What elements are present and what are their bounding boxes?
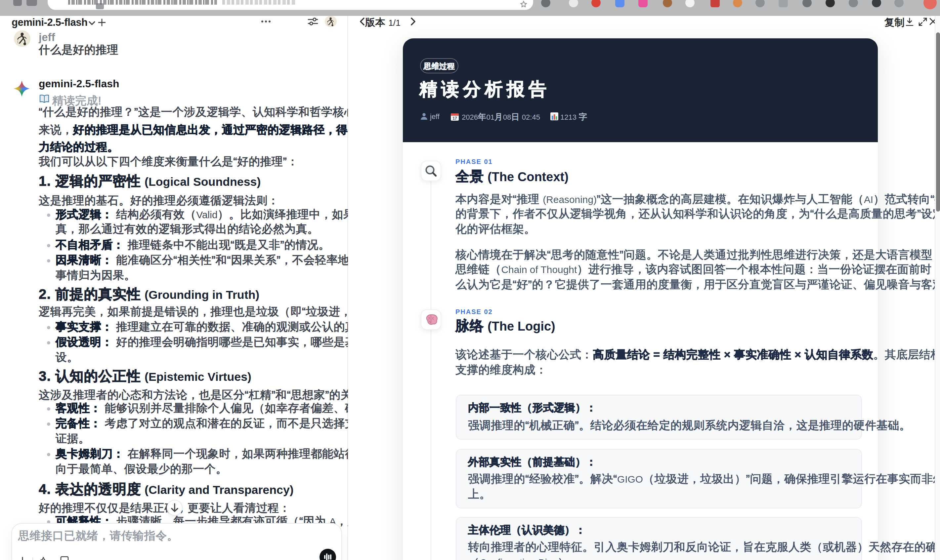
- svg-text:17: 17: [453, 116, 457, 120]
